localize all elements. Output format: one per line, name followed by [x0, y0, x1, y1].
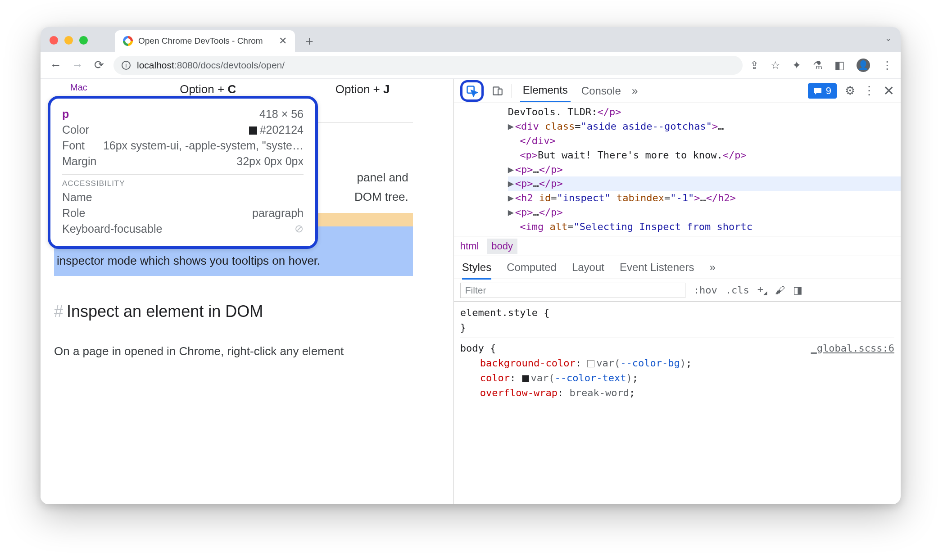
dom-line[interactable]: DevTools. TLDR:</p>	[508, 105, 901, 119]
window-controls	[50, 36, 88, 45]
computed-sidebar-icon[interactable]: ◨	[793, 285, 802, 296]
tooltip-dimensions: 418 × 56	[259, 108, 304, 121]
url-port: :8080	[174, 60, 198, 71]
styles-filter-input[interactable]: Filter	[460, 283, 685, 298]
th-mac: Mac	[54, 82, 131, 96]
maximize-window-button[interactable]	[79, 36, 88, 45]
paint-icon[interactable]: 🖌	[775, 285, 785, 296]
kebab-menu-icon[interactable]: ⋮	[863, 84, 875, 98]
tab-title: Open Chrome DevTools - Chrom	[138, 36, 263, 46]
sidepanel-icon[interactable]: ◧	[834, 59, 845, 72]
brace-close: }	[460, 320, 894, 335]
extensions-icon[interactable]: ✦	[792, 59, 801, 72]
tooltip-font-label: Font	[62, 139, 85, 152]
tooltip-name-label: Name	[62, 191, 92, 204]
th-option-c: Option + C	[131, 82, 285, 96]
more-tabs-icon[interactable]: »	[632, 85, 638, 97]
paragraph-after-h2: On a page in opened in Chrome, right-cli…	[54, 343, 440, 360]
body-selector: body {	[460, 343, 496, 354]
tooltip-role-label: Role	[62, 207, 85, 220]
dom-line[interactable]: ▶<p>…</p>	[508, 205, 901, 220]
dom-line-selected[interactable]: ▶<p>…</p>	[508, 176, 901, 191]
shortcuts-table-header: Mac Option + C Option + J	[54, 82, 440, 96]
dom-line[interactable]: </div>	[508, 134, 901, 148]
chrome-favicon	[123, 36, 133, 46]
tab-event-listeners[interactable]: Event Listeners	[620, 261, 694, 274]
tooltip-keyboard-label: Keyboard-focusable	[62, 222, 162, 235]
element-inspect-tooltip: p418 × 56 Color#202124 Font16px system-u…	[48, 96, 318, 249]
menu-icon[interactable]: ⋮	[882, 59, 893, 72]
styles-filter-bar: Filter :hov .cls +◢ 🖌 ◨	[454, 279, 901, 302]
omnibox[interactable]: i localhost:8080/docs/devtools/open/	[113, 56, 743, 75]
browser-tab[interactable]: Open Chrome DevTools - Chrom ✕	[115, 30, 295, 52]
css-prop[interactable]: color	[480, 372, 510, 384]
svg-rect-3	[498, 89, 502, 95]
th-option-j: Option + J	[285, 82, 440, 96]
reload-button[interactable]: ⟳	[92, 58, 106, 72]
settings-icon[interactable]: ⚙	[845, 84, 855, 98]
crumb-html[interactable]: html	[460, 240, 479, 252]
tab-computed[interactable]: Computed	[507, 261, 557, 274]
devtools-panel: Elements Console » 9 ⚙ ⋮ ✕ DevTools. TLD…	[453, 79, 901, 504]
hover-state-button[interactable]: :hov	[694, 285, 717, 296]
source-link[interactable]: _global.scss:6	[811, 341, 894, 356]
issues-badge[interactable]: 9	[808, 83, 837, 99]
url-host: localhost	[137, 60, 174, 71]
tooltip-a11y-header: ACCESSIBILITY	[62, 174, 304, 188]
back-button[interactable]: ←	[49, 58, 63, 72]
toolbar-icons: ⇪ ☆ ✦ ⚗ ◧ 👤 ⋮	[750, 59, 893, 72]
tab-strip: Open Chrome DevTools - Chrom ✕ ＋ ⌄	[41, 27, 901, 52]
dom-line[interactable]: ▶<h2 id="inspect" tabindex="-1">…</h2>	[508, 191, 901, 205]
crumb-body[interactable]: body	[487, 239, 517, 254]
tab-layout[interactable]: Layout	[572, 261, 604, 274]
dom-line[interactable]: <p>But wait! There's more to know.</p>	[508, 148, 901, 163]
tooltip-margin-label: Margin	[62, 155, 96, 168]
not-focusable-icon: ⊘	[295, 222, 304, 235]
element-style-selector: element.style {	[460, 307, 550, 318]
more-styles-tabs-icon[interactable]: »	[709, 261, 715, 274]
close-tab-icon[interactable]: ✕	[279, 35, 287, 47]
dom-line[interactable]: ▶<div class="aside aside--gotchas">…	[508, 119, 901, 134]
dom-line[interactable]: <img alt="Selecting Inspect from shortc	[508, 220, 901, 234]
tooltip-role-value: paragraph	[252, 207, 304, 220]
content-area: Mac Option + C Option + J panel and DOM …	[41, 79, 901, 504]
share-icon[interactable]: ⇪	[750, 59, 759, 72]
tab-elements[interactable]: Elements	[520, 79, 571, 102]
css-prop[interactable]: overflow-wrap	[480, 387, 558, 398]
dom-tree[interactable]: DevTools. TLDR:</p> ▶<div class="aside a…	[454, 103, 901, 236]
styles-body[interactable]: element.style { } body {_global.scss:6 b…	[454, 302, 901, 504]
rendered-page: Mac Option + C Option + J panel and DOM …	[41, 79, 453, 504]
bookmark-icon[interactable]: ☆	[771, 59, 780, 72]
tooltip-tag: p	[62, 108, 69, 121]
cls-button[interactable]: .cls	[725, 285, 749, 296]
profile-avatar[interactable]: 👤	[857, 59, 870, 72]
new-style-rule-icon[interactable]: +◢	[757, 284, 767, 296]
forward-button[interactable]: →	[70, 58, 85, 72]
close-devtools-icon[interactable]: ✕	[883, 83, 894, 99]
dom-line[interactable]: ▶<p>…</p>	[508, 163, 901, 177]
tab-console[interactable]: Console	[579, 80, 624, 102]
heading-inspect-element: #Inspect an element in DOM	[54, 302, 440, 321]
address-bar: ← → ⟳ i localhost:8080/docs/devtools/ope…	[41, 52, 901, 79]
tooltip-color-label: Color	[62, 123, 89, 136]
tab-styles[interactable]: Styles	[462, 261, 491, 280]
browser-window: Open Chrome DevTools - Chrom ✕ ＋ ⌄ ← → ⟳…	[41, 27, 901, 504]
close-window-button[interactable]	[50, 36, 58, 45]
tooltip-color-value: #202124	[249, 123, 304, 136]
css-prop[interactable]: background-color	[480, 357, 576, 369]
devtools-toolbar: Elements Console » 9 ⚙ ⋮ ✕	[454, 79, 901, 103]
minimize-window-button[interactable]	[64, 36, 73, 45]
url-path: /docs/devtools/open/	[198, 60, 285, 71]
new-tab-button[interactable]: ＋	[300, 32, 318, 50]
tooltip-font-value: 16px system-ui, -apple-system, "syste…	[103, 139, 304, 152]
styles-tabs: Styles Computed Layout Event Listeners »	[454, 256, 901, 279]
tooltip-margin-value: 32px 0px 0px	[236, 155, 304, 168]
inspect-element-button[interactable]	[460, 80, 484, 102]
site-info-icon[interactable]: i	[122, 61, 131, 70]
breadcrumb-bar: html body	[454, 236, 901, 256]
labs-icon[interactable]: ⚗	[813, 59, 823, 72]
device-toggle-button[interactable]	[492, 85, 503, 97]
tab-list-chevron-icon[interactable]: ⌄	[885, 33, 892, 43]
